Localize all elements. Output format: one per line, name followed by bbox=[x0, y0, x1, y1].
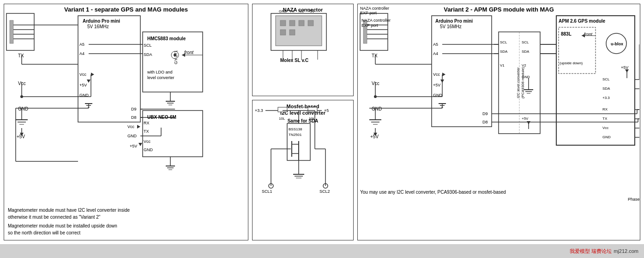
svg-text:+3.3: +3.3 bbox=[255, 108, 263, 113]
svg-text:+3.3: +3.3 bbox=[602, 96, 610, 100]
svg-text:SCL: SCL bbox=[522, 40, 529, 44]
svg-text:BSS138: BSS138 bbox=[289, 127, 302, 131]
svg-text:+5V: +5V bbox=[621, 65, 628, 70]
svg-text:TX: TX bbox=[144, 129, 149, 134]
svg-text:Vcc: Vcc bbox=[79, 72, 87, 77]
svg-text:A4: A4 bbox=[433, 51, 438, 56]
svg-text:TX: TX bbox=[18, 53, 24, 58]
svg-text:level converter: level converter bbox=[147, 75, 175, 80]
watermark-url: mj212.com bbox=[614, 248, 638, 254]
svg-text:(PCA9306 module): (PCA9306 module) bbox=[521, 67, 525, 98]
svg-text:You may use any I2C level conv: You may use any I2C level converter, PCA… bbox=[360, 190, 506, 195]
svg-text:with LDO and: with LDO and bbox=[147, 70, 173, 74]
svg-rect-86 bbox=[280, 20, 286, 26]
mosfet-svg: +3.3 +5 10L 10L bbox=[253, 100, 345, 202]
svg-text:+5V: +5V bbox=[79, 83, 87, 87]
svg-rect-21 bbox=[78, 16, 140, 122]
svg-text:Phase: Phase bbox=[628, 197, 639, 202]
svg-text:RX: RX bbox=[602, 107, 608, 111]
svg-text:SDA: SDA bbox=[522, 49, 530, 54]
svg-marker-62 bbox=[182, 53, 185, 57]
svg-rect-89 bbox=[308, 20, 313, 26]
svg-text:SCL: SCL bbox=[602, 77, 610, 81]
svg-text:GND: GND bbox=[144, 147, 153, 152]
svg-rect-91 bbox=[289, 30, 295, 35]
svg-text:HMC5883 module: HMC5883 module bbox=[147, 36, 186, 41]
svg-text:Vcc: Vcc bbox=[144, 139, 151, 144]
svg-text:TN2501: TN2501 bbox=[289, 133, 302, 137]
svg-text:+5V: +5V bbox=[433, 83, 440, 87]
svg-marker-33 bbox=[87, 80, 90, 83]
svg-text:Vcc: Vcc bbox=[127, 124, 135, 129]
svg-text:Molex SL v.C: Molex SL v.C bbox=[280, 58, 308, 63]
svg-marker-50 bbox=[138, 143, 142, 146]
svg-text:Arduino Pro mini: Arduino Pro mini bbox=[83, 18, 120, 24]
note-line3: Magnetometer module must be installed up… bbox=[8, 222, 244, 229]
svg-marker-207 bbox=[582, 34, 585, 37]
svg-text:SCL: SCL bbox=[500, 40, 507, 44]
svg-text:u-blox: u-blox bbox=[611, 42, 623, 46]
note-line4: so the north direction will be correct bbox=[8, 229, 244, 236]
svg-rect-156 bbox=[432, 16, 492, 127]
svg-text:GND: GND bbox=[127, 134, 137, 138]
svg-text:NAZA controller: NAZA controller bbox=[360, 6, 389, 11]
svg-text:Vcc: Vcc bbox=[433, 72, 440, 77]
svg-text:Arduino Pro mini: Arduino Pro mini bbox=[435, 18, 473, 24]
watermark-cn: 我爱模型 瑞费论坛 bbox=[570, 248, 612, 255]
svg-marker-168 bbox=[440, 80, 444, 83]
svg-text:A5: A5 bbox=[79, 42, 84, 47]
svg-text:SCL: SCL bbox=[144, 43, 152, 48]
svg-marker-164 bbox=[442, 73, 445, 76]
middle-panel: NAZA connector GND bbox=[252, 4, 354, 240]
main-container: Variant 1 - separate GPS and MAG modules… bbox=[0, 0, 644, 258]
svg-text:D9: D9 bbox=[131, 107, 137, 111]
svg-text:A5: A5 bbox=[433, 42, 438, 47]
svg-text:front: front bbox=[184, 50, 194, 55]
svg-rect-90 bbox=[280, 30, 286, 35]
svg-text:V2: V2 bbox=[522, 63, 526, 68]
svg-text:+5V: +5V bbox=[522, 117, 529, 121]
svg-text:5V 16MHz: 5V 16MHz bbox=[87, 24, 109, 29]
svg-text:TX: TX bbox=[602, 117, 608, 121]
svg-marker-45 bbox=[137, 125, 140, 129]
variant1-panel: Variant 1 - separate GPS and MAG modules… bbox=[4, 4, 248, 240]
svg-rect-105 bbox=[278, 107, 287, 112]
svg-text:+5V: +5V bbox=[370, 134, 379, 139]
svg-text:(upside down): (upside down) bbox=[560, 61, 583, 65]
svg-text:883L: 883L bbox=[561, 31, 572, 37]
mosfet-box: Mosfet-based I2C level converter +3.3 +5… bbox=[252, 100, 354, 240]
svg-text:APM 2.6 GPS module: APM 2.6 GPS module bbox=[559, 18, 606, 24]
variant1-schematic: TX Vcc GND +5V bbox=[4, 4, 244, 198]
diagram-area: Variant 1 - separate GPS and MAG modules… bbox=[0, 0, 644, 244]
svg-text:D9: D9 bbox=[482, 111, 488, 116]
note-line1: Magnetometer module must have I2C level … bbox=[8, 207, 244, 214]
svg-text:GND: GND bbox=[18, 106, 28, 111]
svg-text:A4: A4 bbox=[79, 51, 84, 56]
svg-text:D8: D8 bbox=[482, 120, 488, 124]
svg-text:SDA: SDA bbox=[500, 49, 508, 54]
svg-text:TX: TX bbox=[289, 9, 295, 13]
svg-text:GND: GND bbox=[79, 93, 89, 98]
variant1-notes: Magnetometer module must have I2C level … bbox=[8, 207, 244, 236]
svg-rect-107 bbox=[308, 107, 317, 112]
svg-text:SCL2: SCL2 bbox=[319, 189, 330, 194]
svg-text:SDA: SDA bbox=[144, 52, 152, 57]
svg-text:NC: NC bbox=[299, 9, 304, 13]
svg-text:+5V: +5V bbox=[308, 9, 315, 13]
svg-text:10L: 10L bbox=[279, 117, 285, 121]
svg-text:TX: TX bbox=[372, 53, 378, 58]
svg-point-59 bbox=[174, 54, 176, 56]
bottom-bar: 我爱模型 瑞费论坛 mj212.com bbox=[0, 244, 644, 258]
variant2-panel: Variant 2 - APM GPS module with MAG TX V… bbox=[357, 4, 640, 240]
note-line2: otherwise it must be connected as "Varia… bbox=[8, 214, 244, 221]
svg-text:GND: GND bbox=[279, 9, 287, 13]
svg-text:SDA: SDA bbox=[602, 86, 610, 91]
svg-text:V1: V1 bbox=[500, 63, 505, 68]
svg-rect-1 bbox=[10, 20, 13, 43]
svg-text:GND: GND bbox=[433, 93, 443, 98]
variant2-naza-label: NAZA controller EXP port bbox=[361, 18, 391, 28]
svg-text:+5V: +5V bbox=[17, 134, 25, 139]
svg-text:EXP port: EXP port bbox=[360, 11, 377, 15]
naza-connector-svg: GND TX NC +5V Molex SL v.C bbox=[253, 4, 345, 76]
svg-text:5V 16MHz: 5V 16MHz bbox=[440, 24, 462, 29]
